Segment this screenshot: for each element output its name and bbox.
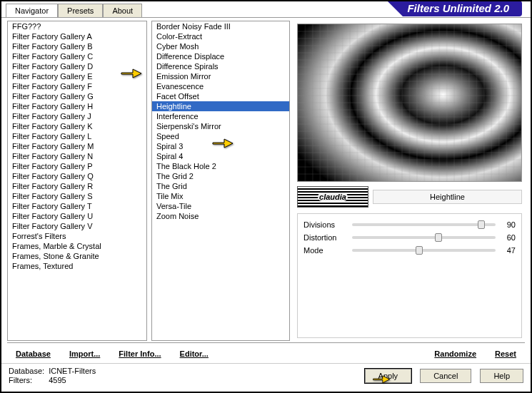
list-item[interactable]: Filter Factory Gallery M: [8, 141, 146, 151]
list-item[interactable]: Filter Factory Gallery G: [8, 91, 146, 101]
slider-track[interactable]: [352, 223, 496, 226]
header: NavigatorPresetsAbout Filters Unlimited …: [1, 1, 531, 17]
list-item[interactable]: The Black Hole 2: [152, 161, 289, 171]
slider-thumb[interactable]: [416, 246, 423, 255]
watermark-label: claudia: [318, 193, 348, 201]
status-meta: Database: Filters: ICNET-Filters 4595: [9, 367, 96, 384]
category-list[interactable]: FFG???Filter Factory Gallery AFilter Fac…: [8, 21, 146, 340]
slider-label: Distortion: [303, 233, 352, 242]
db-label: Database:: [9, 367, 44, 375]
apply-button[interactable]: Apply: [365, 369, 412, 383]
list-item[interactable]: Zoom Noise: [152, 211, 289, 221]
list-item[interactable]: Filter Factory Gallery A: [8, 31, 146, 41]
list-item[interactable]: Filter Factory Gallery B: [8, 41, 146, 51]
tab-presets[interactable]: Presets: [58, 4, 103, 17]
list-item[interactable]: Cyber Mosh: [152, 41, 289, 51]
list-item[interactable]: Filter Factory Gallery L: [8, 131, 146, 141]
list-item[interactable]: Spiral 3: [152, 141, 289, 151]
list-item[interactable]: Sierpenski's Mirror: [152, 121, 289, 131]
list-item[interactable]: Filter Factory Gallery H: [8, 101, 146, 111]
list-item[interactable]: Filter Factory Gallery C: [8, 51, 146, 61]
list-item[interactable]: Facet Offset: [152, 91, 289, 101]
list-item[interactable]: FFG???: [8, 21, 146, 31]
sliders-panel: Divisions90Distortion60Mode47: [297, 213, 522, 338]
list-item[interactable]: Filter Factory Gallery S: [8, 191, 146, 201]
category-column: FFG???Filter Factory Gallery AFilter Fac…: [7, 21, 147, 341]
list-item[interactable]: Spiral 4: [152, 151, 289, 161]
filter-column: Border Noisy Fade IIIColor-ExtractCyber …: [151, 21, 290, 341]
window-title: Filters Unlimited 2.0: [403, 1, 522, 16]
title-triangle: [387, 1, 403, 16]
toolbar: Database Import... Filter Info... Editor…: [1, 344, 531, 363]
slider-value: 60: [496, 233, 516, 242]
list-item[interactable]: Filter Factory Gallery E: [8, 71, 146, 81]
randomize-button[interactable]: Randomize: [427, 347, 483, 360]
slider-thumb[interactable]: [478, 220, 485, 229]
tab-about[interactable]: About: [103, 4, 142, 17]
list-item[interactable]: Filter Factory Gallery N: [8, 151, 146, 161]
watermark: claudia: [297, 186, 368, 208]
filter-name-row: claudia Heightline: [294, 183, 525, 209]
list-item[interactable]: Filter Factory Gallery D: [8, 61, 146, 71]
list-item[interactable]: Forrest's Filters: [8, 231, 146, 241]
filters-label: Filters:: [9, 376, 44, 384]
slider-row: Distortion60: [303, 231, 516, 244]
tab-navigator[interactable]: Navigator: [6, 4, 58, 17]
database-button[interactable]: Database: [9, 347, 58, 360]
slider-label: Divisions: [303, 220, 352, 229]
list-item[interactable]: Border Noisy Fade III: [152, 21, 289, 31]
list-item[interactable]: The Grid: [152, 181, 289, 191]
list-item[interactable]: Filter Factory Gallery P: [8, 161, 146, 171]
cancel-button[interactable]: Cancel: [420, 369, 471, 383]
list-item[interactable]: Filter Factory Gallery J: [8, 111, 146, 121]
list-item[interactable]: Emission Mirror: [152, 71, 289, 81]
list-item[interactable]: Evanescence: [152, 81, 289, 91]
list-item[interactable]: Difference Displace: [152, 51, 289, 61]
separator: [7, 342, 525, 343]
list-item[interactable]: Interference: [152, 111, 289, 121]
filters-value: 4595: [49, 376, 96, 384]
slider-row: Divisions90: [303, 218, 516, 231]
filter-list[interactable]: Border Noisy Fade IIIColor-ExtractCyber …: [152, 21, 289, 340]
list-item[interactable]: Frames, Stone & Granite: [8, 251, 146, 261]
list-item[interactable]: Speed: [152, 131, 289, 141]
list-item[interactable]: Frames, Marble & Crystal: [8, 241, 146, 251]
list-item[interactable]: Color-Extract: [152, 31, 289, 41]
preview: [297, 24, 522, 182]
list-item[interactable]: Frames, Textured: [8, 261, 146, 271]
list-item[interactable]: Filter Factory Gallery K: [8, 121, 146, 131]
list-item[interactable]: Filter Factory Gallery Q: [8, 171, 146, 181]
list-item[interactable]: Heightline: [152, 101, 289, 111]
db-value: ICNET-Filters: [49, 367, 96, 375]
slider-track[interactable]: [352, 249, 496, 252]
main: FFG???Filter Factory Gallery AFilter Fac…: [1, 17, 531, 342]
slider-value: 47: [496, 246, 516, 255]
current-filter-name: Heightline: [373, 190, 522, 204]
slider-value: 90: [496, 220, 516, 229]
list-item[interactable]: Filter Factory Gallery R: [8, 181, 146, 191]
list-item[interactable]: The Grid 2: [152, 171, 289, 181]
editor-button[interactable]: Editor...: [173, 347, 216, 360]
status-bar: Database: Filters: ICNET-Filters 4595 Ap…: [1, 363, 531, 387]
title-bar-wrap: Filters Unlimited 2.0: [142, 1, 531, 17]
slider-thumb[interactable]: [435, 233, 442, 242]
list-item[interactable]: Filter Factory Gallery F: [8, 81, 146, 91]
help-button[interactable]: Help: [480, 369, 523, 383]
list-item[interactable]: Filter Factory Gallery V: [8, 221, 146, 231]
import-button[interactable]: Import...: [62, 347, 107, 360]
slider-track[interactable]: [352, 236, 496, 239]
preview-column: claudia Heightline Divisions90Distortion…: [294, 21, 525, 341]
list-item[interactable]: Filter Factory Gallery U: [8, 211, 146, 221]
list-item[interactable]: Tile Mix: [152, 191, 289, 201]
list-item[interactable]: Filter Factory Gallery T: [8, 201, 146, 211]
slider-label: Mode: [303, 246, 352, 255]
slider-row: Mode47: [303, 244, 516, 257]
list-item[interactable]: Difference Spirals: [152, 61, 289, 71]
reset-button[interactable]: Reset: [488, 347, 523, 360]
filter-info-button[interactable]: Filter Info...: [111, 347, 168, 360]
tabs: NavigatorPresetsAbout: [1, 1, 142, 17]
list-item[interactable]: Versa-Tile: [152, 201, 289, 211]
svg-rect-2: [298, 24, 521, 181]
